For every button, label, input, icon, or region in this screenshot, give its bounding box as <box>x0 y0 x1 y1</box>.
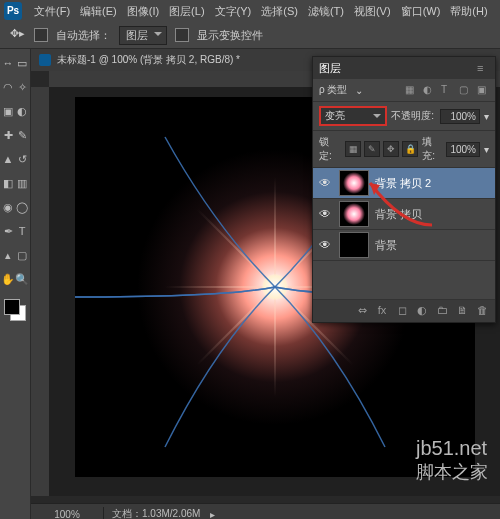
visibility-icon[interactable]: 👁 <box>317 238 333 252</box>
link-icon[interactable]: ⇔ <box>355 304 369 318</box>
lock-label: 锁定: <box>319 135 337 163</box>
dodge-tool[interactable]: ◯ <box>16 197 28 217</box>
layer-thumb[interactable] <box>339 232 369 258</box>
marquee-tool[interactable]: ▭ <box>16 53 28 73</box>
blend-mode-dropdown[interactable]: 变亮 <box>319 106 387 126</box>
layer-thumb[interactable] <box>339 201 369 227</box>
layer-thumb[interactable] <box>339 170 369 196</box>
move-tool-icon: ✥▸ <box>10 27 26 43</box>
adjust-icon[interactable]: ◐ <box>415 304 429 318</box>
ruler-vertical[interactable] <box>31 87 50 496</box>
panel-menu-icon[interactable]: ≡ <box>477 62 489 74</box>
menu-select[interactable]: 选择(S) <box>257 4 302 19</box>
layer-row[interactable]: 👁 背景 拷贝 2 <box>313 168 495 199</box>
fx-icon[interactable]: fx <box>375 304 389 318</box>
menu-file[interactable]: 文件(F) <box>30 4 74 19</box>
opacity-label: 不透明度: <box>391 109 434 123</box>
show-transform-label: 显示变换控件 <box>197 28 263 43</box>
path-select-tool[interactable]: ▴ <box>2 245 14 265</box>
type-tool[interactable]: T <box>16 221 28 241</box>
menu-edit[interactable]: 编辑(E) <box>76 4 121 19</box>
brush-tool[interactable]: ✎ <box>16 125 28 145</box>
lock-fill-row: 锁定: ▦ ✎ ✥ 🔒 填充: 100% ▾ <box>313 131 495 168</box>
layer-filter-row: ρ 类型 ⌄ ▦ ◐ T ▢ ▣ <box>313 79 495 102</box>
color-swatch[interactable] <box>4 299 26 321</box>
filter-kind-label: ρ 类型 <box>319 83 347 97</box>
menu-view[interactable]: 视图(V) <box>350 4 395 19</box>
hand-tool[interactable]: ✋ <box>2 269 14 289</box>
status-bar: 100% 文档：1.03M/2.06M ▸ <box>31 503 500 519</box>
lock-move-icon[interactable]: ✥ <box>383 141 399 157</box>
opacity-input[interactable]: 100% <box>440 109 480 124</box>
zoom-tool[interactable]: 🔍 <box>16 269 28 289</box>
stamp-tool[interactable]: ▲ <box>2 149 14 169</box>
blend-opacity-row: 变亮 不透明度: 100% ▾ <box>313 102 495 131</box>
menu-window[interactable]: 窗口(W) <box>397 4 445 19</box>
menubar: Ps 文件(F) 编辑(E) 图像(I) 图层(L) 文字(Y) 选择(S) 滤… <box>0 0 500 22</box>
layer-row[interactable]: 👁 背景 拷贝 <box>313 199 495 230</box>
fill-input[interactable]: 100% <box>446 142 480 157</box>
tab-layers[interactable]: 图层 <box>319 61 341 76</box>
layers-empty-area <box>313 261 495 300</box>
delete-icon[interactable]: 🗑 <box>475 304 489 318</box>
doc-size: 文档：1.03M/2.06M <box>104 505 208 519</box>
foreground-color[interactable] <box>4 299 20 315</box>
layers-footer: ⇔ fx ◻ ◐ 🗀 🗎 🗑 <box>313 300 495 322</box>
menu-image[interactable]: 图像(I) <box>123 4 163 19</box>
layer-name[interactable]: 背景 拷贝 2 <box>375 176 431 191</box>
panel-tabs: 图层 ≡ <box>313 57 495 79</box>
lasso-tool[interactable]: ◠ <box>2 77 14 97</box>
fill-label: 填充: <box>422 135 440 163</box>
move-tool[interactable]: ↔ <box>2 53 14 73</box>
document-title: 未标题-1 @ 100% (背景 拷贝 2, RGB/8) * <box>57 53 240 67</box>
auto-select-label: 自动选择： <box>56 28 111 43</box>
heal-tool[interactable]: ✚ <box>2 125 14 145</box>
layer-row[interactable]: 👁 背景 <box>313 230 495 261</box>
filter-adjust-icon[interactable]: ◐ <box>423 84 435 96</box>
watermark-cn: 脚本之家 <box>416 460 488 484</box>
lock-all-icon[interactable]: 🔒 <box>402 141 418 157</box>
history-brush-tool[interactable]: ↺ <box>16 149 28 169</box>
visibility-icon[interactable]: 👁 <box>317 207 333 221</box>
layer-name[interactable]: 背景 拷贝 <box>375 207 422 222</box>
lock-paint-icon[interactable]: ✎ <box>364 141 380 157</box>
wand-tool[interactable]: ✧ <box>16 77 28 97</box>
visibility-icon[interactable]: 👁 <box>317 176 333 190</box>
menu-type[interactable]: 文字(Y) <box>211 4 256 19</box>
gradient-tool[interactable]: ▥ <box>16 173 28 193</box>
lock-trans-icon[interactable]: ▦ <box>345 141 361 157</box>
options-bar: ✥▸ 自动选择： 图层 显示变换控件 <box>0 22 500 49</box>
watermark-url: jb51.net <box>416 437 487 459</box>
zoom-level[interactable]: 100% <box>31 507 104 520</box>
crop-tool[interactable]: ▣ <box>2 101 14 121</box>
filter-type-icon[interactable]: T <box>441 84 453 96</box>
auto-select-target-dropdown[interactable]: 图层 <box>119 26 167 45</box>
doc-ps-icon <box>39 54 51 66</box>
menu-help[interactable]: 帮助(H) <box>446 4 491 19</box>
app-icon: Ps <box>4 2 22 20</box>
mask-icon[interactable]: ◻ <box>395 304 409 318</box>
status-arrow-icon[interactable]: ▸ <box>210 509 215 520</box>
filter-shape-icon[interactable]: ▢ <box>459 84 471 96</box>
watermark: jb51.net 脚本之家 <box>416 437 488 484</box>
fill-arrow-icon[interactable]: ▾ <box>484 144 489 155</box>
show-transform-checkbox[interactable] <box>175 28 189 42</box>
layer-name[interactable]: 背景 <box>375 238 397 253</box>
layers-panel: 图层 ≡ ρ 类型 ⌄ ▦ ◐ T ▢ ▣ 变亮 不透明度: 100% ▾ 锁定… <box>312 56 496 323</box>
toolbox: ↔ ▭ ◠ ✧ ▣ ◐ ✚ ✎ ▲ ↺ ◧ ▥ ◉ ◯ ✒ T <box>0 49 31 519</box>
menu-layer[interactable]: 图层(L) <box>165 4 208 19</box>
eraser-tool[interactable]: ◧ <box>2 173 14 193</box>
opacity-arrow-icon[interactable]: ▾ <box>484 111 489 122</box>
eyedropper-tool[interactable]: ◐ <box>16 101 28 121</box>
filter-pixel-icon[interactable]: ▦ <box>405 84 417 96</box>
filter-smart-icon[interactable]: ▣ <box>477 84 489 96</box>
menu-filter[interactable]: 滤镜(T) <box>304 4 348 19</box>
new-layer-icon[interactable]: 🗎 <box>455 304 469 318</box>
group-icon[interactable]: 🗀 <box>435 304 449 318</box>
blur-tool[interactable]: ◉ <box>2 197 14 217</box>
pen-tool[interactable]: ✒ <box>2 221 14 241</box>
auto-select-checkbox[interactable] <box>34 28 48 42</box>
shape-tool[interactable]: ▢ <box>16 245 28 265</box>
